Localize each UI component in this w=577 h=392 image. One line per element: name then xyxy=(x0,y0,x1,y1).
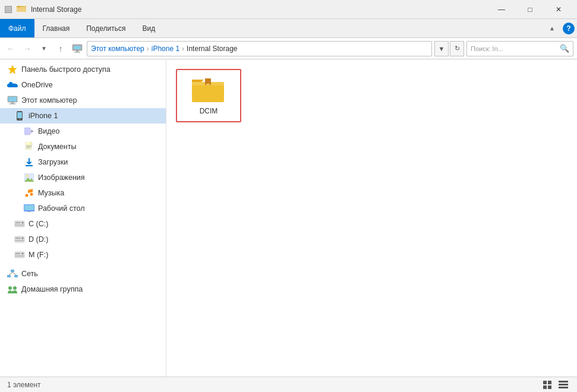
svg-line-47 xyxy=(12,272,16,275)
svg-rect-32 xyxy=(15,222,20,223)
sidebar-label: Музыка xyxy=(38,189,64,197)
chevron-up-icon: ▲ xyxy=(549,25,555,31)
svg-point-49 xyxy=(13,286,17,290)
help-button[interactable]: ? xyxy=(560,19,577,37)
address-path: Этот компьютер › iPhone 1 › Internal Sto… xyxy=(87,41,432,56)
sidebar-item-drive-d[interactable]: D (D:) xyxy=(0,232,166,247)
path-separator-1: › xyxy=(147,45,149,53)
svg-rect-10 xyxy=(11,102,14,103)
svg-point-14 xyxy=(19,119,20,120)
sidebar-item-drive-c[interactable]: C (C:) xyxy=(0,216,166,232)
sidebar-item-network[interactable]: Сеть xyxy=(0,266,166,282)
sidebar-item-this-pc[interactable]: Этот компьютер xyxy=(0,93,166,108)
star-icon xyxy=(7,64,18,75)
sidebar-label: Изображения xyxy=(38,173,85,182)
up-button[interactable]: ↑ xyxy=(53,42,68,56)
svg-rect-9 xyxy=(8,97,17,102)
ribbon: Файл Главная Поделиться Вид ▲ ? xyxy=(0,19,577,38)
svg-point-48 xyxy=(8,286,12,290)
refresh-button[interactable]: ↻ xyxy=(450,41,464,56)
minimize-button[interactable]: — xyxy=(488,0,515,19)
svg-marker-7 xyxy=(8,65,17,74)
search-box[interactable]: Поиск: In... 🔍 xyxy=(466,41,573,56)
svg-rect-53 xyxy=(548,381,551,384)
title-bar-controls: — □ ✕ xyxy=(488,0,572,19)
sidebar-item-iphone1[interactable]: iPhone 1 xyxy=(0,108,166,124)
title-bar-icon-2 xyxy=(17,4,26,15)
back-button[interactable]: ← xyxy=(4,42,18,56)
sidebar-item-video[interactable]: Видео xyxy=(0,124,166,139)
svg-marker-16 xyxy=(31,129,34,133)
sidebar: Панель быстрого доступа OneDrive Этот ко… xyxy=(0,59,166,377)
svg-rect-13 xyxy=(17,112,22,118)
svg-rect-11 xyxy=(10,103,15,105)
sidebar-item-images[interactable]: Изображения xyxy=(0,170,166,185)
svg-rect-58 xyxy=(559,387,568,388)
svg-rect-4 xyxy=(74,46,81,49)
svg-rect-43 xyxy=(11,270,14,272)
address-controls: ▼ ↻ xyxy=(434,41,464,56)
sidebar-item-drive-m[interactable]: M (F:) xyxy=(0,247,166,263)
recent-button[interactable]: ▼ xyxy=(37,42,51,56)
svg-rect-15 xyxy=(24,128,30,135)
tab-view[interactable]: Вид xyxy=(134,19,163,37)
content-area: DCIM xyxy=(166,59,577,377)
svg-rect-5 xyxy=(76,50,78,52)
download-icon xyxy=(24,157,34,167)
sidebar-label: M (F:) xyxy=(29,251,48,259)
svg-rect-40 xyxy=(15,253,20,254)
search-icon: 🔍 xyxy=(560,44,569,53)
svg-rect-34 xyxy=(15,225,24,226)
sidebar-item-quick-access[interactable]: Панель быстрого доступа xyxy=(0,62,166,77)
forward-button[interactable]: → xyxy=(20,42,34,56)
help-icon: ? xyxy=(563,23,575,34)
svg-rect-55 xyxy=(548,385,551,389)
maximize-button[interactable]: □ xyxy=(516,0,544,19)
address-bar: ← → ▼ ↑ Этот компьютер › iPhone 1 › Inte… xyxy=(0,38,577,59)
svg-rect-39 xyxy=(15,252,24,258)
sidebar-item-onedrive[interactable]: OneDrive xyxy=(0,77,166,93)
music-icon xyxy=(24,188,34,198)
folder-icon-dcim xyxy=(191,75,226,105)
device-icon-button[interactable] xyxy=(70,42,84,56)
ribbon-expand-button[interactable]: ▲ xyxy=(544,19,560,37)
dropdown-button[interactable]: ▼ xyxy=(434,41,449,56)
sidebar-label: iPhone 1 xyxy=(29,112,58,120)
sidebar-item-homegroup[interactable]: Домашняя группа xyxy=(0,282,166,297)
svg-rect-38 xyxy=(15,240,24,241)
svg-rect-35 xyxy=(15,236,24,242)
sidebar-item-downloads[interactable]: Загрузки xyxy=(0,154,166,170)
svg-rect-30 xyxy=(28,211,30,212)
sidebar-label: Рабочий стол xyxy=(38,204,84,213)
search-placeholder: Поиск: In... xyxy=(471,45,557,52)
video-icon xyxy=(24,126,34,137)
svg-rect-44 xyxy=(7,275,11,277)
tab-home[interactable]: Главная xyxy=(34,19,78,37)
path-part-iphone[interactable]: iPhone 1 xyxy=(152,45,179,53)
hdd-icon-d xyxy=(14,234,25,245)
close-button[interactable]: ✕ xyxy=(545,0,572,19)
svg-rect-45 xyxy=(14,275,18,277)
svg-rect-52 xyxy=(543,381,547,384)
sidebar-item-music[interactable]: Музыка xyxy=(0,185,166,201)
tab-file[interactable]: Файл xyxy=(0,19,34,37)
folder-dcim[interactable]: DCIM xyxy=(176,69,241,122)
status-bar: 1 элемент xyxy=(0,377,577,392)
path-separator-2: › xyxy=(182,45,184,53)
title-bar: Internal Storage — □ ✕ xyxy=(0,0,577,19)
list-view-button[interactable] xyxy=(557,379,570,391)
sidebar-item-desktop[interactable]: Рабочий стол xyxy=(0,201,166,216)
path-part-computer[interactable]: Этот компьютер xyxy=(91,45,144,53)
svg-rect-6 xyxy=(74,52,80,53)
svg-rect-2 xyxy=(17,7,26,12)
sidebar-label: Документы xyxy=(38,143,76,151)
homegroup-icon xyxy=(7,284,18,295)
sidebar-label: Этот компьютер xyxy=(21,96,77,105)
sidebar-item-documents[interactable]: Документы xyxy=(0,139,166,154)
sidebar-label: OneDrive xyxy=(21,81,53,89)
status-count: 1 элемент xyxy=(7,381,41,389)
tab-share[interactable]: Поделиться xyxy=(78,19,134,37)
grid-view-button[interactable] xyxy=(541,379,554,391)
svg-point-24 xyxy=(26,175,29,177)
svg-rect-29 xyxy=(24,205,34,210)
